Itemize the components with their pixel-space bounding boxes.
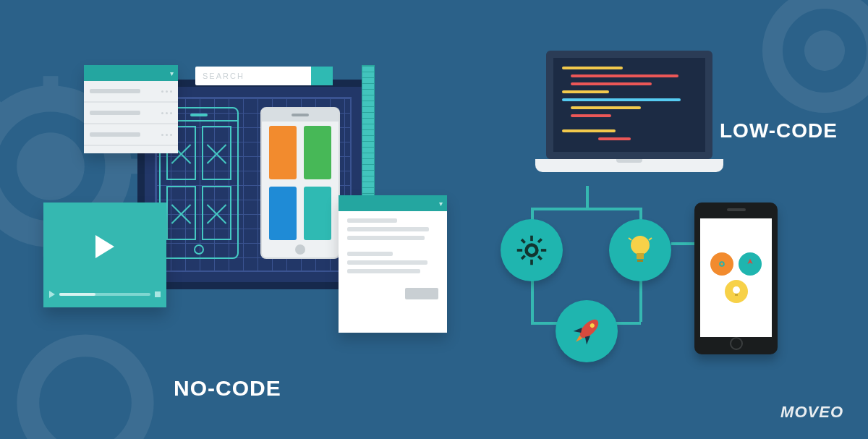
nocode-label: NO-CODE (174, 376, 281, 401)
output-phone (694, 203, 778, 354)
code-editor-icon (546, 51, 712, 159)
wireframe-placeholder-icon (166, 186, 196, 240)
lightbulb-icon (626, 234, 655, 267)
svg-rect-23 (637, 253, 644, 259)
rocket-icon (567, 312, 606, 351)
svg-rect-19 (537, 255, 542, 260)
mockup-phone (260, 107, 340, 259)
svg-point-13 (527, 245, 537, 256)
svg-rect-14 (530, 236, 533, 241)
gear-icon (515, 234, 548, 267)
app-tile-icon (304, 126, 331, 179)
submit-button-icon (405, 288, 438, 299)
home-button-icon (295, 244, 305, 255)
nocode-cluster: ▾ SEARCH ▾ (43, 72, 448, 347)
progress-bar-icon (59, 293, 150, 296)
rocket-icon (739, 252, 762, 276)
list-widget: ▾ (84, 65, 178, 153)
wireframe-placeholder-icon (202, 126, 231, 180)
svg-rect-17 (541, 249, 546, 252)
laptop (535, 51, 723, 184)
search-widget: SEARCH (195, 67, 333, 85)
svg-line-27 (649, 238, 652, 240)
svg-rect-20 (537, 238, 542, 243)
svg-line-26 (629, 238, 631, 240)
chevron-down-icon: ▾ (339, 195, 447, 211)
lightbulb-circle (609, 219, 671, 281)
home-button-icon (194, 244, 204, 255)
chevron-down-icon: ▾ (84, 65, 178, 81)
svg-point-30 (720, 262, 724, 266)
search-button-icon (311, 67, 333, 85)
wireframe-placeholder-icon (202, 186, 231, 240)
app-tile-icon (269, 187, 297, 240)
svg-rect-24 (637, 260, 643, 262)
svg-point-12 (28, 346, 142, 439)
play-icon (95, 235, 114, 258)
svg-rect-21 (521, 255, 526, 260)
svg-rect-18 (521, 239, 526, 244)
svg-point-22 (631, 236, 650, 255)
gear-icon (710, 252, 733, 276)
video-widget (43, 203, 166, 307)
play-small-icon (49, 291, 55, 298)
svg-rect-32 (735, 294, 738, 296)
gear-circle (501, 219, 563, 281)
svg-rect-16 (517, 249, 522, 252)
svg-rect-15 (530, 260, 533, 265)
stop-icon (155, 291, 161, 297)
lightbulb-icon (725, 280, 748, 303)
app-tile-icon (304, 187, 331, 240)
lowcode-label: LOW-CODE (720, 119, 838, 142)
lowcode-cluster: LOW-CODE (477, 58, 839, 383)
svg-point-31 (733, 286, 740, 294)
search-placeholder: SEARCH (195, 72, 311, 80)
app-tile-icon (269, 126, 297, 179)
form-widget: ▾ (339, 195, 447, 333)
brand-logo: MOVEO (780, 403, 843, 422)
rocket-circle (556, 300, 618, 362)
